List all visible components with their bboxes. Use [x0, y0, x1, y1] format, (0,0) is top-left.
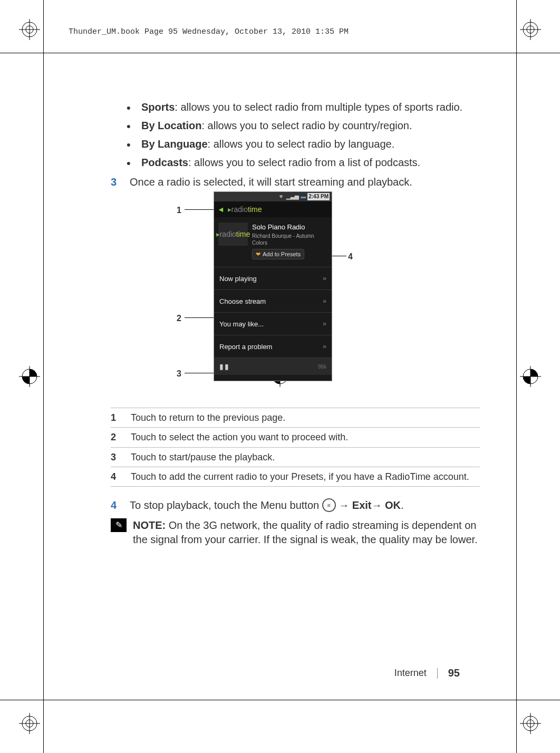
cell-num: 3 — [111, 447, 131, 467]
menu-item-now-playing[interactable]: Now playing» — [214, 267, 332, 289]
preset-label: Add to Presets — [263, 250, 301, 258]
bullet-list: Sports: allows you to select radio from … — [127, 100, 480, 170]
back-icon[interactable]: ◄ — [217, 205, 225, 215]
phone-screenshot: ᯤ ▁▃▅ ▬ 2:43 PM ◄ ▸radiotime ▸radiotime … — [214, 191, 332, 381]
menu-list: Now playing» Choose stream» You may like… — [214, 267, 332, 358]
wifi-icon: ᯤ — [279, 193, 285, 200]
body-text: Sports: allows you to select radio from … — [111, 100, 480, 547]
station-artwork: ▸radiotime — [218, 223, 248, 246]
bullet-desc: : allows you to select radio by language… — [208, 138, 395, 150]
menu-item-you-may-like[interactable]: You may like...» — [214, 312, 332, 335]
menu-item-choose-stream[interactable]: Choose stream» — [214, 289, 332, 312]
note-text: NOTE: On the 3G network, the quality of … — [133, 518, 480, 547]
list-item: By Location: allows you to select radio … — [127, 119, 480, 133]
list-item: Sports: allows you to select radio from … — [127, 100, 480, 114]
cell-text: Touch to start/pause the playback. — [131, 447, 480, 467]
callout-3: 3 — [177, 368, 181, 380]
heart-icon: ❤ — [256, 250, 260, 258]
registration-mark-icon — [520, 19, 541, 40]
menu-label: Report a problem — [219, 342, 272, 352]
table-row: 2Touch to select the action you want to … — [111, 428, 480, 447]
bullet-desc: : allows you to select radio from a list… — [188, 157, 420, 168]
now-playing-card: ▸radiotime Solo Piano Radio Richard Bour… — [214, 217, 332, 262]
bullet-label: Sports — [141, 101, 175, 113]
menu-item-report-problem[interactable]: Report a problem» — [214, 335, 332, 358]
list-item: Podcasts: allows you to select radio fro… — [127, 156, 480, 170]
chevron-right-icon: » — [323, 320, 326, 328]
callout-2: 2 — [177, 313, 181, 324]
playback-bar: ▮▮ 96k — [214, 358, 332, 375]
footer-divider — [437, 668, 438, 679]
callout-table: 1Touch to return to the previous page. 2… — [111, 408, 480, 487]
callout-1: 1 — [177, 205, 181, 216]
cell-text: Touch to add the current radio to your P… — [131, 467, 480, 486]
manual-page: Thunder_UM.book Page 95 Wednesday, Octob… — [0, 0, 560, 753]
bullet-label: Podcasts — [141, 157, 188, 168]
app-brand: ▸radiotime — [228, 205, 262, 215]
callout-line — [185, 317, 214, 318]
callout-line — [185, 209, 217, 210]
pause-icon[interactable]: ▮▮ — [219, 362, 230, 372]
station-title: Solo Piano Radio — [252, 223, 327, 232]
page-number: 95 — [448, 667, 460, 679]
battery-icon: ▬ — [301, 193, 306, 200]
note-icon: ✎ — [111, 518, 127, 532]
cell-num: 1 — [111, 408, 131, 428]
step-4: 4 To stop playback, touch the Menu butto… — [111, 498, 480, 513]
chevron-right-icon: » — [323, 274, 326, 283]
clock-text: 2:43 PM — [307, 193, 330, 200]
section-name: Internet — [394, 668, 427, 679]
bullet-desc: : allows you to select radio by country/… — [201, 120, 412, 131]
list-item: By Language: allows you to select radio … — [127, 137, 480, 151]
note-block: ✎ NOTE: On the 3G network, the quality o… — [111, 518, 480, 547]
step-number: 4 — [111, 498, 120, 513]
crop-line — [516, 0, 517, 753]
cell-num: 4 — [111, 467, 131, 486]
chevron-right-icon: » — [323, 297, 326, 305]
screenshot-figure: 1 2 3 4 ᯤ ▁▃▅ ▬ 2:43 PM ◄ ▸radiotim — [111, 191, 480, 397]
registration-mark-icon — [520, 366, 541, 387]
cell-text: Touch to return to the previous page. — [131, 408, 480, 428]
step-number: 3 — [111, 175, 120, 189]
step-text: To stop playback, touch the Menu button … — [130, 498, 404, 513]
menu-label: Choose stream — [219, 297, 266, 306]
step-text: Once a radio is selected, it will start … — [130, 175, 412, 189]
bullet-label: By Location — [141, 120, 201, 131]
crop-line — [43, 0, 44, 753]
add-to-presets-button[interactable]: ❤Add to Presets — [252, 249, 304, 260]
registration-mark-icon — [19, 366, 40, 387]
menu-label: Now playing — [219, 274, 257, 284]
registration-mark-icon — [19, 19, 40, 40]
app-title-bar: ◄ ▸radiotime — [214, 201, 332, 217]
menu-button-icon: ≡ — [322, 498, 336, 512]
crop-line — [0, 53, 560, 53]
cell-text: Touch to select the action you want to p… — [131, 428, 480, 447]
track-subtitle: Richard Bourque - Autumn Colors — [252, 233, 327, 247]
page-footer: Internet 95 — [394, 667, 460, 679]
now-playing-info: Solo Piano Radio Richard Bourque - Autum… — [252, 223, 327, 259]
book-header: Thunder_UM.book Page 95 Wednesday, Octob… — [69, 27, 349, 36]
menu-label: You may like... — [219, 320, 264, 329]
table-row: 3Touch to start/pause the playback. — [111, 447, 480, 467]
chevron-right-icon: » — [323, 342, 326, 351]
registration-mark-icon — [520, 713, 541, 734]
bitrate-label: 96k — [318, 363, 326, 371]
table-row: 4Touch to add the current radio to your … — [111, 467, 480, 486]
status-bar: ᯤ ▁▃▅ ▬ 2:43 PM — [214, 192, 332, 201]
bullet-label: By Language — [141, 138, 208, 150]
crop-line — [0, 700, 560, 700]
bullet-desc: : allows you to select radio from multip… — [175, 101, 462, 113]
table-row: 1Touch to return to the previous page. — [111, 408, 480, 428]
registration-mark-icon — [19, 713, 40, 734]
signal-icon: ▁▃▅ — [286, 193, 299, 200]
callout-4: 4 — [348, 251, 353, 263]
cell-num: 2 — [111, 428, 131, 447]
step-3: 3 Once a radio is selected, it will star… — [111, 175, 480, 189]
